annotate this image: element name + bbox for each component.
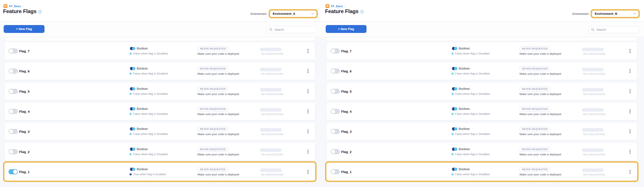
info-icon[interactable]: i bbox=[360, 10, 364, 14]
evaluations-bar bbox=[260, 128, 282, 132]
toggle-knob bbox=[9, 109, 13, 114]
page-title: Feature Flags bbox=[325, 8, 358, 14]
row-menu-button[interactable] bbox=[306, 130, 310, 134]
info-icon[interactable]: i bbox=[38, 10, 42, 14]
default-rule-text: False when flag is Disabled bbox=[455, 92, 490, 96]
flag-type: Boolean bbox=[452, 87, 470, 90]
status-hint: Make sure your code is deployed bbox=[520, 92, 561, 96]
environment-select-value: Environment_B bbox=[595, 12, 617, 16]
status-badge: NEVER-REQUESTED bbox=[520, 87, 550, 91]
row-menu-button[interactable] bbox=[628, 89, 632, 93]
flag-row[interactable]: Flag_3 Boolean False when flag is Disabl… bbox=[326, 122, 637, 140]
flag-toggle[interactable] bbox=[330, 68, 340, 74]
environment-picker: Environment Environment_B bbox=[572, 10, 638, 17]
flag-toggle[interactable] bbox=[8, 48, 18, 54]
environment-select[interactable]: Environment_A bbox=[270, 10, 316, 17]
boolean-icon bbox=[132, 107, 136, 110]
search-input[interactable]: Search bbox=[267, 26, 316, 33]
flag-row[interactable]: Flag_4 Boolean False when flag is Disabl… bbox=[4, 102, 315, 120]
flag-toggle[interactable] bbox=[8, 129, 18, 134]
breadcrumb-project-link[interactable]: FF_Docs bbox=[9, 4, 21, 8]
status-badge: NEVER-REQUESTED bbox=[198, 167, 228, 172]
flag-row[interactable]: Flag_6 Boolean False when flag is Disabl… bbox=[326, 62, 637, 80]
row-menu-button[interactable] bbox=[306, 89, 310, 93]
toggle-knob bbox=[9, 69, 13, 73]
boolean-icon bbox=[132, 168, 136, 171]
default-rule-text: True when flag is Enabled bbox=[133, 172, 166, 176]
flag-type: Boolean bbox=[452, 47, 470, 50]
new-flag-button[interactable]: + New Flag bbox=[4, 25, 44, 33]
row-menu-button[interactable] bbox=[306, 150, 310, 154]
environment-picker: Environment Environment_A bbox=[250, 10, 316, 17]
status-badge: NEVER-REQUESTED bbox=[198, 107, 228, 111]
evaluations-bar bbox=[582, 48, 604, 51]
variation-dot-icon bbox=[130, 52, 132, 55]
row-menu-button[interactable] bbox=[306, 170, 310, 174]
flag-row[interactable]: Flag_7 Boolean False when flag is Disabl… bbox=[326, 42, 637, 60]
row-menu-button[interactable] bbox=[628, 110, 632, 113]
flag-toggle[interactable] bbox=[330, 109, 340, 114]
status-badge: NEVER-REQUESTED bbox=[198, 87, 228, 91]
variation-dot-icon bbox=[130, 133, 132, 135]
environment-select-value: Environment_A bbox=[273, 12, 295, 16]
row-menu-button[interactable] bbox=[628, 69, 632, 73]
flag-row[interactable]: Flag_4 Boolean False when flag is Disabl… bbox=[326, 102, 637, 120]
flag-toggle[interactable] bbox=[8, 169, 18, 174]
boolean-icon bbox=[454, 168, 458, 171]
new-flag-button[interactable]: + New Flag bbox=[326, 25, 366, 33]
flag-type-label: Boolean bbox=[459, 147, 470, 151]
evaluations-label: NO EVALUATIONS bbox=[261, 113, 284, 116]
chevron-down-icon bbox=[633, 13, 636, 14]
flag-toggle[interactable] bbox=[8, 109, 18, 114]
toggle-knob bbox=[331, 109, 335, 114]
boolean-icon bbox=[132, 67, 136, 70]
status-hint: Make sure your code is deployed bbox=[520, 173, 561, 176]
flag-row[interactable]: Flag_2 Boolean False when flag is Disabl… bbox=[4, 142, 315, 161]
row-menu-button[interactable] bbox=[628, 130, 632, 134]
row-menu-button[interactable] bbox=[628, 170, 632, 174]
search-input[interactable]: Search bbox=[589, 26, 638, 33]
evaluations-label: NO EVALUATIONS bbox=[261, 153, 284, 156]
row-menu-button[interactable] bbox=[306, 49, 310, 53]
default-rule-text: False when flag is Disabled bbox=[133, 112, 168, 116]
row-menu-button[interactable] bbox=[306, 110, 310, 113]
flag-row[interactable]: Flag_1 Boolean False when flag is Disabl… bbox=[326, 162, 637, 181]
row-menu-button[interactable] bbox=[628, 49, 632, 53]
default-rule: False when flag is Disabled bbox=[130, 152, 168, 156]
row-menu-button[interactable] bbox=[306, 69, 310, 73]
flag-toggle[interactable] bbox=[330, 89, 340, 94]
status-hint: Make sure your code is deployed bbox=[198, 132, 239, 136]
flag-row[interactable]: Flag_5 Boolean False when flag is Disabl… bbox=[4, 82, 315, 100]
evaluations-label: NO EVALUATIONS bbox=[583, 133, 606, 136]
flag-toggle[interactable] bbox=[8, 89, 18, 94]
flag-row[interactable]: Flag_3 Boolean False when flag is Disabl… bbox=[4, 122, 315, 140]
toggle-knob bbox=[331, 89, 335, 94]
flag-row[interactable]: Flag_1 Boolean True when flag is Enabled… bbox=[4, 162, 315, 181]
flag-toggle[interactable] bbox=[330, 48, 340, 54]
flag-toggle[interactable] bbox=[8, 149, 18, 154]
boolean-icon bbox=[454, 127, 458, 130]
flag-toggle[interactable] bbox=[330, 149, 340, 154]
flag-type: Boolean bbox=[130, 67, 148, 70]
flag-name: Flag_3 bbox=[341, 130, 352, 133]
breadcrumb-project-link[interactable]: FF_Docs bbox=[331, 4, 343, 8]
flag-toggle[interactable] bbox=[330, 129, 340, 134]
flag-row[interactable]: Flag_5 Boolean False when flag is Disabl… bbox=[326, 82, 637, 100]
evaluations-label: NO EVALUATIONS bbox=[261, 93, 284, 96]
flag-toggle[interactable] bbox=[8, 68, 18, 74]
flag-row[interactable]: Flag_6 Boolean False when flag is Disabl… bbox=[4, 62, 315, 80]
evaluations-label: NO EVALUATIONS bbox=[583, 173, 606, 176]
flag-type: Boolean bbox=[452, 147, 470, 151]
flag-row[interactable]: Flag_2 Boolean False when flag is Disabl… bbox=[326, 142, 637, 161]
flag-type-label: Boolean bbox=[459, 127, 470, 130]
flag-row[interactable]: Flag_7 Boolean False when flag is Disabl… bbox=[4, 42, 315, 60]
project-logo-icon bbox=[326, 4, 330, 8]
evaluations-label: NO EVALUATIONS bbox=[583, 153, 606, 156]
variation-dot-icon bbox=[130, 113, 132, 115]
default-rule: False when flag is Disabled bbox=[130, 72, 168, 75]
row-menu-button[interactable] bbox=[628, 150, 632, 154]
flag-toggle[interactable] bbox=[330, 169, 340, 174]
flag-type-label: Boolean bbox=[137, 168, 148, 171]
boolean-icon bbox=[454, 47, 458, 50]
environment-select[interactable]: Environment_B bbox=[592, 10, 638, 17]
